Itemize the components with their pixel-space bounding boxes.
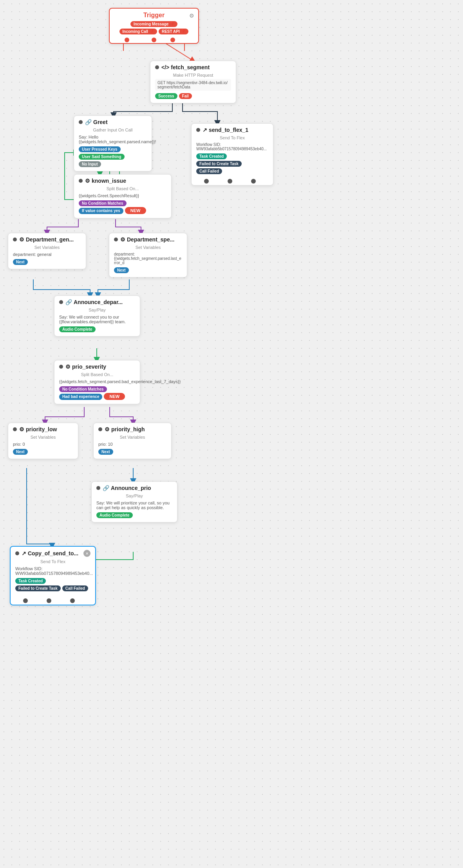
tag-if-value-yes: If value contains yes bbox=[79, 208, 123, 214]
known-issue-node: ⚙ known_issue Split Based On... {{widget… bbox=[74, 174, 172, 218]
node-dot bbox=[59, 300, 63, 304]
priority-low-title: ⚙ priority_low bbox=[19, 426, 57, 432]
copy-dot-2 bbox=[47, 598, 51, 603]
tag-next-dept-gen: Next bbox=[13, 259, 28, 265]
tag-user-pressed-keys: User Pressed Keys bbox=[79, 146, 121, 152]
send-to-flex-1-node: ↗ send_to_flex_1 Send To Flex Workflow S… bbox=[191, 123, 273, 185]
node-dot bbox=[13, 238, 17, 241]
tag-had-bad-exp: Had bad experience bbox=[59, 394, 102, 400]
trigger-dot-right bbox=[170, 38, 175, 42]
dept-spe-title: ⚙ Department_spe... bbox=[120, 236, 174, 243]
fetch-segment-title: </> fetch_segment bbox=[161, 64, 210, 70]
fetch-segment-tags: Success Fail bbox=[155, 92, 231, 99]
known-issue-type: Split Based On... bbox=[79, 186, 166, 191]
priority-low-tags: Next bbox=[13, 448, 73, 455]
send-flex1-dot-3 bbox=[251, 179, 256, 184]
split-icon: ⚙ bbox=[85, 178, 90, 184]
greet-tags: User Pressed Keys User Said Something No… bbox=[79, 146, 147, 167]
node-dot bbox=[96, 486, 100, 490]
send-flex1-type: Send To Flex bbox=[196, 135, 268, 140]
known-issue-title: ⚙ known_issue bbox=[85, 178, 126, 184]
copy-send-to-node: ↗ Copy_of_send_to... ✕ Send To Flex Work… bbox=[10, 546, 96, 605]
trigger-tag-incoming-call: Incoming Call ❓ bbox=[119, 29, 157, 34]
trigger-tag-rest-api: REST API ❓ bbox=[159, 29, 189, 34]
tag-user-said-something: User Said Something bbox=[79, 154, 125, 160]
node-dot bbox=[15, 551, 19, 555]
send-icon: ↗ bbox=[203, 127, 207, 133]
node-dot bbox=[79, 120, 83, 124]
trigger-dot-left bbox=[125, 38, 129, 42]
priority-high-title: ⚙ priority_high bbox=[105, 426, 145, 432]
greet-type: Gather Input On Call bbox=[79, 128, 147, 132]
vars-icon: ⚙ bbox=[19, 236, 24, 243]
send-flex1-body: Workflow SID: WW93afabb5b071578094989453… bbox=[196, 142, 268, 151]
dept-gen-title: ⚙ Department_gen... bbox=[19, 236, 74, 243]
fetch-segment-body: GET https://segmentivr-3484-dev.twili.io… bbox=[155, 79, 231, 91]
tag-call-failed-copy: Call Failed bbox=[62, 585, 88, 591]
copy-dot-3 bbox=[70, 598, 75, 603]
announce-dept-type: Say/Play bbox=[59, 308, 135, 312]
fetch-segment-node: </> fetch_segment Make HTTP Request GET … bbox=[150, 61, 236, 103]
tag-call-failed: Call Failed bbox=[196, 168, 222, 174]
priority-high-type: Set Variables bbox=[98, 435, 166, 439]
announce-prio-tags: Audio Complete bbox=[96, 511, 172, 518]
close-button[interactable]: ✕ bbox=[83, 550, 90, 557]
dept-gen-type: Set Variables bbox=[13, 245, 81, 250]
dept-spe-node: ⚙ Department_spe... Set Variables depart… bbox=[109, 233, 187, 277]
greet-node: 🔗 Greet Gather Input On Call Say: Hello … bbox=[74, 115, 152, 171]
send-icon: ↗ bbox=[22, 550, 26, 556]
prio-severity-body: {{widgets.fetch_segment.parsed.bad_exper… bbox=[59, 379, 135, 384]
prio-severity-title: ⚙ prio_severity bbox=[65, 364, 106, 370]
greet-title: 🔗 Greet bbox=[85, 119, 108, 125]
dept-gen-tags: Next bbox=[13, 258, 81, 265]
code-icon: </> bbox=[161, 64, 169, 70]
tag-fail: Fail bbox=[179, 93, 192, 99]
node-dot bbox=[98, 427, 102, 431]
tag-no-input: No Input bbox=[79, 161, 101, 167]
node-dot bbox=[114, 238, 118, 241]
trigger-title: Trigger bbox=[110, 9, 198, 20]
dept-gen-body: department: general bbox=[13, 252, 81, 257]
announce-dept-body: Say: We will connect you to our {{flow.v… bbox=[59, 315, 135, 324]
priority-low-type: Set Variables bbox=[13, 435, 73, 439]
announce-dept-title: 🔗 Announce_depar... bbox=[65, 299, 123, 305]
announce-prio-node: 🔗 Announce_prio Say/Play Say: We will pr… bbox=[91, 481, 177, 522]
tag-next-priority-low: Next bbox=[13, 449, 28, 455]
announce-dept-tags: Audio Complete bbox=[59, 326, 135, 332]
prio-severity-tags: No Condition Matches Had bad experience … bbox=[59, 385, 135, 400]
send-flex1-title: ↗ send_to_flex_1 bbox=[203, 127, 248, 133]
known-issue-tags: No Condition Matches If value contains y… bbox=[79, 200, 166, 214]
prio-severity-type: Split Based On... bbox=[59, 372, 135, 377]
new-condition-button[interactable]: NEW bbox=[125, 207, 146, 214]
announce-dept-node: 🔗 Announce_depar... Say/Play Say: We wil… bbox=[54, 295, 140, 337]
priority-low-body: prio: 0 bbox=[13, 442, 73, 447]
tag-failed-create-copy: Failed to Create Task bbox=[15, 585, 61, 591]
node-dot bbox=[13, 427, 17, 431]
dept-spe-type: Set Variables bbox=[114, 245, 182, 250]
split-icon: ⚙ bbox=[65, 364, 71, 370]
copy-dot-1 bbox=[23, 598, 28, 603]
new-prio-condition-button[interactable]: NEW bbox=[104, 393, 125, 400]
send-flex1-tags: Task Created Failed to Create Task Call … bbox=[196, 153, 268, 174]
copy-send-to-type: Send To Flex bbox=[15, 559, 90, 564]
announce-prio-type: Say/Play bbox=[96, 493, 172, 498]
dept-spe-tags: Next bbox=[114, 267, 182, 273]
dept-gen-node: ⚙ Department_gen... Set Variables depart… bbox=[8, 233, 86, 269]
priority-high-body: prio: 10 bbox=[98, 442, 166, 447]
tag-no-condition-prio: No Condition Matches bbox=[59, 386, 107, 392]
trigger-tags: Incoming Message ❓ Incoming Call ❓ REST … bbox=[110, 20, 198, 38]
announce-prio-title: 🔗 Announce_prio bbox=[103, 485, 151, 491]
send-flex1-dot-1 bbox=[204, 179, 209, 184]
node-dot bbox=[196, 128, 200, 132]
settings-icon[interactable]: ⚙ bbox=[189, 13, 194, 19]
tag-task-created: Task Created bbox=[196, 153, 227, 159]
trigger-tag-incoming-message: Incoming Message ❓ bbox=[130, 21, 177, 27]
say-icon: 🔗 bbox=[103, 485, 109, 491]
tag-task-created-copy: Task Created bbox=[15, 578, 46, 584]
greet-body: Say: Hello {{widgets.fetch_segment.parse… bbox=[79, 135, 147, 144]
link-icon: 🔗 bbox=[85, 119, 92, 125]
node-dot bbox=[59, 365, 63, 369]
copy-send-to-title: ↗ Copy_of_send_to... bbox=[22, 550, 78, 556]
tag-audio-complete-dept: Audio Complete bbox=[59, 326, 96, 332]
node-dot bbox=[79, 179, 83, 183]
